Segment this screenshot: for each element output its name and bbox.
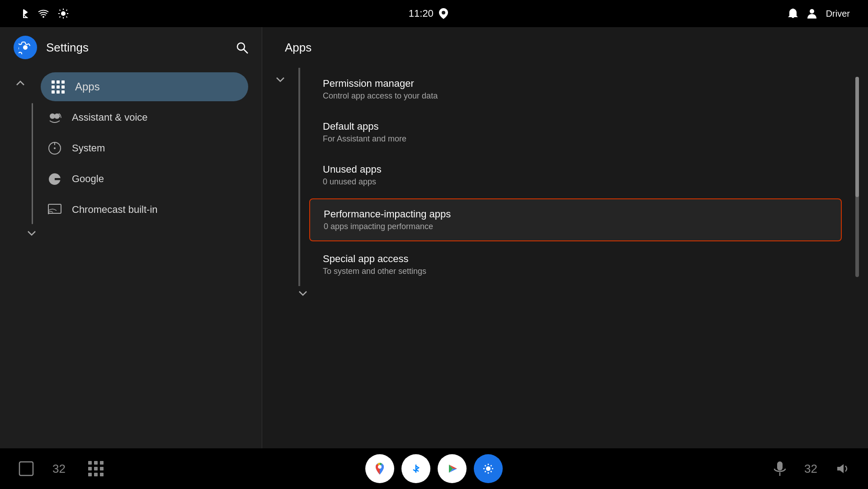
sidebar-item-system-label: System [72,142,105,154]
svg-rect-29 [777,461,783,470]
sidebar-header: Settings [0,27,262,68]
settings-app-icon [14,36,37,59]
svg-rect-22 [19,462,33,475]
right-panel-header: Apps [262,27,868,68]
sidebar-item-assistant-label: Assistant & voice [72,112,148,123]
setting-item-permission-manager[interactable]: Permission manager Control app access to… [300,68,851,111]
sidebar-item-apps-label: Apps [75,80,100,93]
special-app-access-subtitle: To system and other settings [323,267,828,276]
window-button[interactable] [18,461,34,477]
svg-line-7 [66,17,67,18]
setting-item-default-apps[interactable]: Default apps For Assistant and more [300,111,851,154]
svg-point-1 [61,11,66,16]
bottom-left-number: 32 [52,462,66,476]
volume-button[interactable] [835,462,850,475]
apps-collapse-btn[interactable] [9,72,32,86]
brightness-status-icon [58,8,69,19]
bottom-right: 32 [774,461,850,477]
section-collapse-btn[interactable] [267,68,294,82]
svg-line-13 [244,49,248,53]
svg-rect-19 [48,204,61,213]
svg-point-17 [54,147,56,149]
settings-items-list: Permission manager Control app access to… [298,68,851,286]
section-expand-btn[interactable] [262,286,868,301]
default-apps-subtitle: For Assistant and more [323,134,828,144]
unused-apps-subtitle: 0 unused apps [323,177,828,187]
bluetooth-app-button[interactable] [401,454,430,483]
assistant-icon [47,109,63,126]
sidebar-item-chromecast[interactable]: Chromecast built-in [42,195,257,224]
sidebar-item-google-label: Google [72,173,104,185]
right-panel: Apps Permission manager Control app acce… [262,27,868,448]
status-time-area: 11:20 [409,8,448,19]
settings-app-button[interactable] [474,454,503,483]
scrollbar[interactable] [855,77,859,277]
permission-manager-title: Permission manager [323,78,828,89]
bottom-app-dock [365,454,503,483]
performance-impacting-subtitle: 0 apps impacting performance [324,222,827,231]
status-icons-left [18,8,69,19]
maps-app-button[interactable] [365,454,394,483]
svg-point-20 [48,212,49,214]
home-grid-button[interactable] [84,461,108,476]
default-apps-title: Default apps [323,121,828,132]
status-icons-right: Driver [788,8,850,19]
bottom-left: 32 [18,461,108,477]
svg-point-12 [237,43,245,50]
performance-impacting-title: Performance-impacting apps [324,208,827,220]
sidebar-apps-section: Apps [0,72,262,101]
sidebar-item-chromecast-label: Chromecast built-in [72,204,158,216]
apps-item-container: Apps [32,72,257,101]
scrollbar-thumb [855,77,859,197]
sidebar-sub-items: Assistant & voice System [0,101,262,226]
svg-point-0 [42,16,44,18]
location-icon [439,8,448,19]
sidebar-items-list: Assistant & voice System [42,103,257,224]
sidebar-title: Settings [46,41,89,55]
search-button[interactable] [236,41,248,54]
bottom-right-number: 32 [804,462,817,476]
unused-apps-title: Unused apps [323,164,828,175]
main-content: Settings [0,27,868,448]
settings-section: Permission manager Control app access to… [262,68,868,286]
sidebar: Settings [0,27,262,448]
system-icon [47,140,63,156]
svg-line-6 [60,10,61,11]
special-app-access-title: Special app access [323,253,828,265]
sidebar-header-left: Settings [14,36,89,59]
setting-item-performance-impacting[interactable]: Performance-impacting apps 0 apps impact… [309,198,842,241]
chromecast-icon [47,202,63,218]
sidebar-item-apps[interactable]: Apps [41,72,248,101]
svg-line-9 [60,17,61,18]
sidebar-item-google[interactable]: Google [42,165,257,193]
sidebar-expand-btn[interactable] [0,226,36,236]
microphone-button[interactable] [774,461,786,477]
svg-point-15 [54,113,60,119]
sidebar-item-assistant[interactable]: Assistant & voice [42,103,257,132]
right-panel-title: Apps [285,41,311,55]
play-app-button[interactable] [438,454,467,483]
svg-point-11 [810,9,814,14]
driver-label: Driver [826,9,850,19]
bottom-bar: 32 [0,448,868,489]
sidebar-nav: Apps [0,68,262,448]
user-icon [807,8,817,19]
wifi-status-icon [38,8,49,19]
sidebar-item-system[interactable]: System [42,134,257,163]
status-time: 11:20 [409,8,434,19]
permission-manager-subtitle: Control app access to your data [323,91,828,101]
svg-point-24 [378,465,382,469]
sidebar-divider [32,103,33,224]
setting-item-unused-apps[interactable]: Unused apps 0 unused apps [300,154,851,197]
status-bar: 11:20 Driver [0,0,868,27]
notification-icon [788,8,798,19]
svg-line-8 [66,10,67,11]
setting-item-special-app-access[interactable]: Special app access To system and other s… [300,243,851,286]
apps-grid-icon [50,79,66,95]
bluetooth-status-icon [18,8,29,19]
google-icon [47,171,63,187]
svg-point-28 [486,466,491,471]
svg-point-10 [442,11,445,14]
right-panel-content: Permission manager Control app access to… [262,68,868,448]
